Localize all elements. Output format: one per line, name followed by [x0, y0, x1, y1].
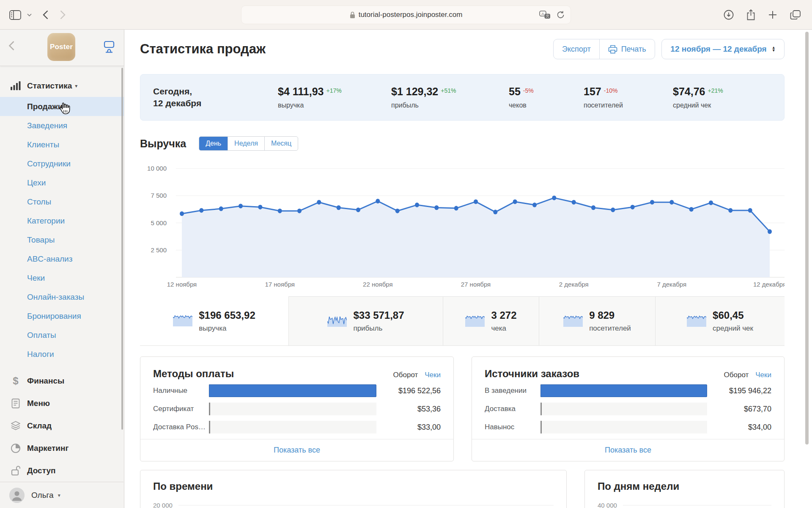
show-all-link[interactable]: Показать все: [140, 439, 453, 461]
sidebar-item-сотрудники[interactable]: Сотрудники: [0, 154, 124, 173]
sidebar-item-склад[interactable]: Склад: [0, 414, 124, 437]
chevron-down-icon: ▾: [58, 492, 60, 498]
show-all-link[interactable]: Показать все: [472, 439, 784, 461]
row-label: В заведении: [485, 387, 540, 395]
sidebar-item-label: Чеки: [27, 273, 45, 283]
toggle-receipts[interactable]: Чеки: [425, 371, 441, 379]
new-tab-icon[interactable]: [768, 10, 777, 19]
export-button[interactable]: Экспорт: [554, 39, 599, 59]
dollar-icon: $: [9, 375, 22, 387]
row-value: $195 946,22: [707, 387, 771, 395]
lock-icon: [350, 11, 355, 19]
chevron-down-icon[interactable]: [27, 14, 32, 17]
sidebar-item-онлайн-заказы[interactable]: Онлайн-заказы: [0, 287, 124, 306]
user-name: Ольга: [31, 491, 54, 500]
sidebar-nav: Статистика▾ПродажиЗаведенияКлиентыСотруд…: [0, 66, 124, 504]
reload-icon[interactable]: [557, 11, 565, 19]
sidebar-item-доступ[interactable]: Доступ: [0, 459, 124, 482]
page-scrollbar[interactable]: [805, 32, 809, 444]
toggle-receipts[interactable]: Чеки: [755, 371, 771, 379]
sidebar-scrollbar[interactable]: [121, 68, 123, 430]
metric-value: $74,76: [673, 86, 705, 97]
translate-icon[interactable]: A: [539, 11, 551, 19]
sidebar-item-товары[interactable]: Товары: [0, 230, 124, 249]
tab-overview-icon[interactable]: [790, 10, 801, 20]
sidebar-toggle-icon[interactable]: [9, 10, 21, 20]
sidebar-item-меню[interactable]: Меню: [0, 392, 124, 414]
share-icon[interactable]: [746, 9, 755, 20]
sidebar-item-label: Финансы: [27, 376, 64, 386]
print-button[interactable]: Печать: [599, 39, 655, 59]
sidebar-item-заведения[interactable]: Заведения: [0, 116, 124, 135]
sidebar-item-налоги[interactable]: Налоги: [0, 345, 124, 364]
total-cell-средний чек[interactable]: $60,45средний чек: [655, 296, 785, 345]
sidebar-item-категории[interactable]: Категории: [0, 211, 124, 230]
sidebar-item-label: Столы: [27, 197, 51, 207]
svg-text:$: $: [13, 375, 19, 387]
tab-месяц[interactable]: Месяц: [264, 137, 298, 150]
forward-icon[interactable]: [60, 10, 66, 19]
today-metric-выручка: $4 111,93+17%выручка: [278, 86, 391, 109]
svg-text:5 000: 5 000: [151, 219, 167, 226]
date-range-select[interactable]: 12 ноября — 12 декабря ▲▼: [661, 39, 785, 59]
bar-chart-icon: [9, 81, 22, 91]
tab-день[interactable]: День: [199, 137, 228, 150]
sidebar-item-маркетинг[interactable]: Маркетинг: [0, 437, 124, 459]
chevron-down-icon: ▾: [75, 83, 77, 89]
sidebar-item-бронирования[interactable]: Бронирования: [0, 306, 124, 326]
sidebar-item-столы[interactable]: Столы: [0, 192, 124, 211]
metric-value: $4 111,93: [278, 86, 324, 97]
address-bar[interactable]: tutorial-posterpos.joinposter.com A: [241, 6, 571, 24]
card-by-weekday: По дням недели40 000: [584, 470, 785, 508]
svg-text:7 декабря: 7 декабря: [657, 281, 686, 288]
today-metric-чеков: 55-5%чеков: [509, 86, 584, 109]
total-cell-выручка[interactable]: $196 653,92выручка: [140, 296, 288, 345]
y-axis-label: 40 000: [598, 502, 617, 508]
metric-label: посетителей: [584, 102, 673, 109]
printer-icon: [608, 45, 617, 54]
sparkline-thumbnail-icon: [327, 314, 347, 329]
user-menu[interactable]: Ольга ▾: [0, 482, 123, 508]
total-label: средний чек: [713, 324, 753, 333]
terminal-icon[interactable]: [102, 41, 116, 55]
poster-logo[interactable]: Poster: [47, 33, 75, 61]
total-label: посетителей: [589, 324, 631, 333]
svg-text:7 500: 7 500: [151, 192, 167, 199]
tab-неделя[interactable]: Неделя: [228, 137, 264, 150]
total-cell-чека[interactable]: 3 272чека: [443, 296, 539, 345]
toggle-turnover[interactable]: Оборот: [724, 371, 749, 379]
layers-icon: [9, 421, 22, 431]
browser-chrome: tutorial-posterpos.joinposter.com A: [0, 0, 812, 30]
sidebar-item-цехи[interactable]: Цехи: [0, 173, 124, 192]
metric-label: средний чек: [673, 102, 771, 109]
row-bar-track: [540, 384, 707, 397]
toggle-turnover[interactable]: Оборот: [393, 371, 418, 379]
row-label: Наличные: [153, 387, 209, 395]
collapse-sidebar-icon[interactable]: [8, 41, 14, 52]
svg-text:2 500: 2 500: [151, 246, 167, 254]
back-icon[interactable]: [43, 10, 48, 19]
card-row: Наличные$196 522,56: [153, 384, 441, 398]
metric-delta: -10%: [604, 87, 618, 94]
sidebar-item-label: Меню: [27, 399, 50, 408]
sidebar-item-abc-анализ[interactable]: ABC-анализ: [0, 249, 124, 268]
downloads-icon[interactable]: [724, 10, 734, 20]
select-arrows-icon: ▲▼: [772, 46, 776, 52]
sidebar-item-финансы[interactable]: $Финансы: [0, 370, 124, 392]
revenue-heading: Выручка: [140, 138, 186, 150]
total-cell-прибыль[interactable]: $33 571,87прибыль: [288, 296, 443, 345]
sidebar-item-label: Сотрудники: [27, 159, 71, 168]
total-cell-посетителей[interactable]: 9 829посетителей: [539, 296, 655, 345]
today-metric-средний чек: $74,76+21%средний чек: [673, 86, 771, 109]
sidebar-item-label: Онлайн-заказы: [27, 293, 84, 302]
sparkline-thumbnail-icon: [687, 314, 706, 329]
sidebar-item-чеки[interactable]: Чеки: [0, 268, 124, 287]
sidebar-item-статистика[interactable]: Статистика▾: [0, 75, 124, 97]
card-order-sources: Источники заказовОборотЧекиВ заведении$1…: [472, 356, 785, 461]
sidebar-item-клиенты[interactable]: Клиенты: [0, 135, 124, 154]
sidebar-item-продажи[interactable]: Продажи: [0, 97, 124, 116]
today-date: Сегодня, 12 декабря: [153, 86, 278, 109]
gridline: [623, 505, 771, 505]
metric-delta: +21%: [708, 87, 723, 94]
sidebar-item-оплаты[interactable]: Оплаты: [0, 326, 124, 345]
